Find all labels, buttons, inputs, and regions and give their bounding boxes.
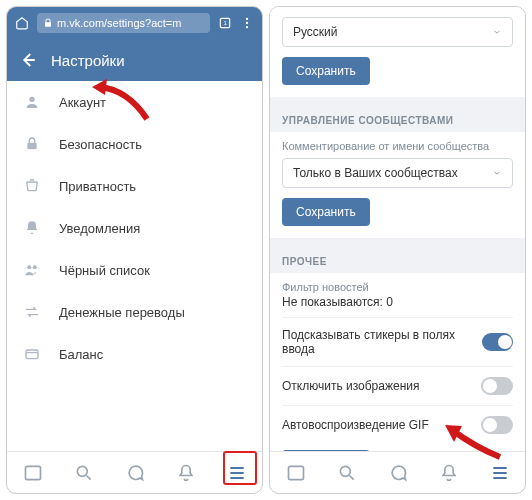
svg-rect-6 bbox=[27, 143, 36, 150]
settings-menu: Аккаунт Безопасность Приватность Уведомл… bbox=[7, 81, 262, 451]
feed-filter-value[interactable]: Не показываются: 0 bbox=[282, 295, 513, 309]
menu-item-label: Уведомления bbox=[59, 221, 140, 236]
menu-item-label: Безопасность bbox=[59, 137, 142, 152]
menu-item-label: Чёрный список bbox=[59, 263, 150, 278]
blacklist-icon bbox=[23, 261, 41, 279]
svg-rect-9 bbox=[26, 350, 38, 359]
menu-item-transfers[interactable]: Денежные переводы bbox=[7, 291, 262, 333]
svg-rect-12 bbox=[288, 466, 303, 479]
menu-item-security[interactable]: Безопасность bbox=[7, 123, 262, 165]
menu-item-label: Аккаунт bbox=[59, 95, 106, 110]
svg-point-2 bbox=[246, 18, 248, 20]
save-button[interactable]: Сохранить bbox=[282, 198, 370, 226]
settings-content: Русский Сохранить УПРАВЛЕНИЕ СООБЩЕСТВАМ… bbox=[270, 7, 525, 451]
menu-item-blacklist[interactable]: Чёрный список bbox=[7, 249, 262, 291]
communities-value: Только в Ваших сообществах bbox=[293, 166, 458, 180]
section-other-title: ПРОЧЕЕ bbox=[270, 246, 525, 273]
toggle-disable-images[interactable]: Отключить изображения bbox=[282, 366, 513, 405]
menu-item-notifications[interactable]: Уведомления bbox=[7, 207, 262, 249]
language-select[interactable]: Русский bbox=[282, 17, 513, 47]
lock-icon bbox=[43, 18, 53, 28]
svg-point-13 bbox=[340, 466, 350, 476]
transfer-icon bbox=[23, 303, 41, 321]
chevron-down-icon bbox=[492, 27, 502, 37]
back-icon[interactable] bbox=[19, 51, 37, 69]
nav-search-icon[interactable] bbox=[336, 462, 358, 484]
home-icon[interactable] bbox=[15, 16, 29, 30]
browser-address-bar: m.vk.com/settings?act=m 1 bbox=[7, 7, 262, 39]
svg-point-11 bbox=[77, 466, 87, 476]
page-title: Настройки bbox=[51, 52, 125, 69]
page-header: Настройки bbox=[7, 39, 262, 81]
nav-menu-icon[interactable] bbox=[226, 462, 248, 484]
menu-item-balance[interactable]: Баланс bbox=[7, 333, 262, 375]
svg-rect-10 bbox=[25, 466, 40, 479]
toggle-label: Отключить изображения bbox=[282, 379, 419, 393]
section-communities-title: УПРАВЛЕНИЕ СООБЩЕСТВАМИ bbox=[270, 105, 525, 132]
nav-search-icon[interactable] bbox=[73, 462, 95, 484]
svg-point-7 bbox=[27, 265, 31, 269]
communities-select[interactable]: Только в Ваших сообществах bbox=[282, 158, 513, 188]
more-icon[interactable] bbox=[240, 16, 254, 30]
nav-news-icon[interactable] bbox=[285, 462, 307, 484]
nav-news-icon[interactable] bbox=[22, 462, 44, 484]
menu-item-privacy[interactable]: Приватность bbox=[7, 165, 262, 207]
communities-card: Комментирование от имени сообщества Толь… bbox=[270, 132, 525, 238]
language-value: Русский bbox=[293, 25, 338, 39]
nav-notifications-icon[interactable] bbox=[438, 462, 460, 484]
save-button[interactable]: Сохранить bbox=[282, 57, 370, 85]
svg-point-5 bbox=[29, 97, 34, 102]
menu-item-label: Денежные переводы bbox=[59, 305, 185, 320]
other-card: Фильтр новостей Не показываются: 0 Подск… bbox=[270, 273, 525, 451]
chevron-down-icon bbox=[492, 168, 502, 178]
toggle-stickers[interactable]: Подсказывать стикеры в полях ввода bbox=[282, 317, 513, 366]
svg-point-3 bbox=[246, 22, 248, 24]
feed-filter-label: Фильтр новостей bbox=[282, 281, 513, 293]
url-box[interactable]: m.vk.com/settings?act=m bbox=[37, 13, 210, 33]
toggle-autoplay-gif[interactable]: Автовоспроизведение GIF bbox=[282, 405, 513, 444]
svg-point-8 bbox=[33, 265, 37, 269]
tabs-icon[interactable]: 1 bbox=[218, 16, 232, 30]
toggle-label: Подсказывать стикеры в полях ввода bbox=[282, 328, 482, 356]
switch-on[interactable] bbox=[482, 333, 513, 351]
bottom-nav bbox=[270, 451, 525, 493]
communities-sublabel: Комментирование от имени сообщества bbox=[282, 140, 513, 152]
menu-item-label: Баланс bbox=[59, 347, 103, 362]
svg-text:1: 1 bbox=[223, 20, 226, 26]
lock-icon bbox=[23, 135, 41, 153]
privacy-icon bbox=[23, 177, 41, 195]
bell-icon bbox=[23, 219, 41, 237]
bottom-nav bbox=[7, 451, 262, 493]
menu-item-label: Приватность bbox=[59, 179, 136, 194]
nav-messages-icon[interactable] bbox=[387, 462, 409, 484]
left-phone: m.vk.com/settings?act=m 1 Настройки Акка… bbox=[6, 6, 263, 494]
toggle-label: Автовоспроизведение GIF bbox=[282, 418, 429, 432]
nav-notifications-icon[interactable] bbox=[175, 462, 197, 484]
nav-menu-icon[interactable] bbox=[489, 462, 511, 484]
switch-off[interactable] bbox=[481, 377, 513, 395]
menu-item-account[interactable]: Аккаунт bbox=[7, 81, 262, 123]
url-text: m.vk.com/settings?act=m bbox=[57, 17, 181, 29]
right-phone: Русский Сохранить УПРАВЛЕНИЕ СООБЩЕСТВАМ… bbox=[269, 6, 526, 494]
switch-off[interactable] bbox=[481, 416, 513, 434]
user-icon bbox=[23, 93, 41, 111]
svg-point-4 bbox=[246, 26, 248, 28]
wallet-icon bbox=[23, 345, 41, 363]
nav-messages-icon[interactable] bbox=[124, 462, 146, 484]
language-card: Русский Сохранить bbox=[270, 7, 525, 97]
